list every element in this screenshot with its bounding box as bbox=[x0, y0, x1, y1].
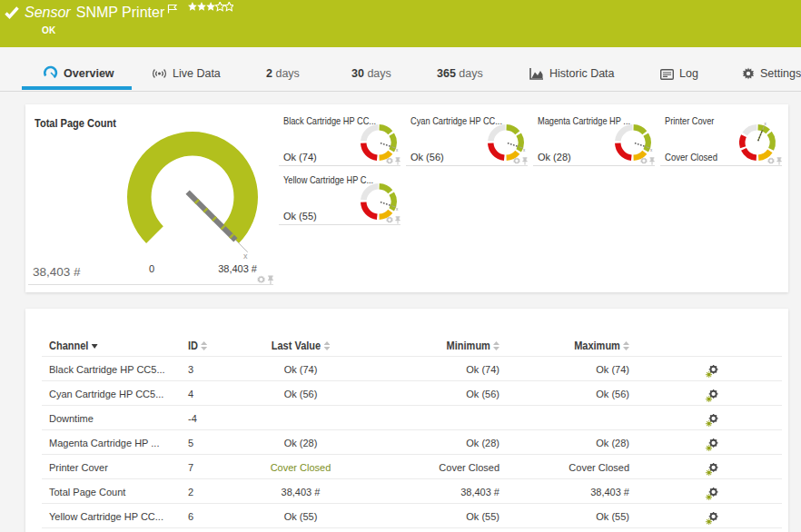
svg-text:x: x bbox=[396, 148, 399, 153]
svg-text:x: x bbox=[765, 123, 767, 126]
svg-text:x: x bbox=[396, 207, 399, 212]
svg-text:x: x bbox=[650, 148, 653, 153]
svg-text:x: x bbox=[243, 251, 248, 261]
svg-text:x: x bbox=[523, 148, 526, 153]
